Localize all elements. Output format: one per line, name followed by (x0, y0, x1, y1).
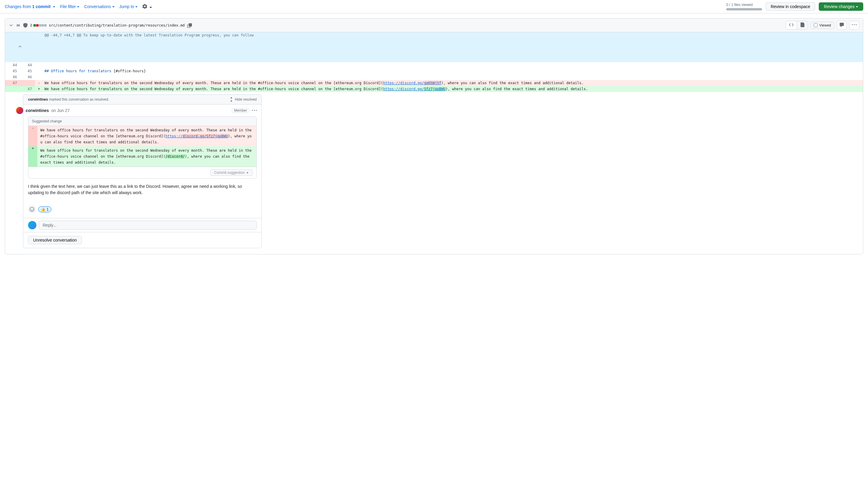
file-header-right: Viewed (786, 21, 859, 30)
member-badge: Member (231, 108, 250, 113)
added-token: Sfz7jqpBWU (424, 87, 446, 91)
discord-link: https://discord.gg/ (383, 81, 424, 85)
line-content[interactable] (41, 62, 863, 68)
line-content[interactable]: We have office hours for translators on … (41, 86, 863, 92)
line-content[interactable] (41, 74, 863, 80)
reply-input[interactable]: Reply... (39, 221, 257, 230)
file-path[interactable]: src/content/contributing/translation-pro… (49, 23, 185, 28)
owner-shield-icon[interactable] (23, 23, 28, 28)
commit-count: 1 commit (32, 4, 51, 9)
hide-resolved-label: Hide resolved (235, 97, 257, 101)
review-changes-button[interactable]: Review changes (819, 2, 863, 11)
diff-block-neutral (44, 24, 46, 27)
add-reaction-button[interactable] (28, 206, 36, 213)
file-diff-container: 2 src/content/contributing/translation-p… (5, 18, 863, 255)
comment-author[interactable]: corwintines (26, 108, 49, 113)
reaction-bar: 👍 1 (23, 206, 261, 218)
diff-block-del (36, 24, 38, 27)
thumbs-up-reaction[interactable]: 👍 1 (38, 206, 51, 212)
suggestion-header: Suggested change (28, 117, 256, 126)
suggestion-diff: - We have office hours for translators o… (28, 126, 256, 167)
rich-diff-button[interactable] (797, 21, 808, 29)
diff-settings-button[interactable] (143, 4, 152, 9)
suggestion-footer: Commit suggestion ▼ (28, 167, 256, 178)
toolbar-right: 0 / 1 files viewed Review in codespace R… (726, 2, 863, 11)
review-in-codespace-button[interactable]: Review in codespace (766, 2, 815, 11)
toolbar-left: Changes from 1 commit File filter Conver… (5, 4, 152, 9)
diff-block-neutral (39, 24, 41, 27)
comment-header-left: corwintines on Jun 27 (28, 107, 69, 114)
current-user-avatar[interactable] (28, 221, 36, 229)
line-marker (35, 74, 41, 80)
suggestion-del-content: We have office hours for translators on … (37, 126, 256, 146)
commit-suggestion-button[interactable]: Commit suggestion ▼ (210, 169, 253, 176)
comment-timestamp[interactable]: on Jun 27 (51, 108, 70, 113)
changes-from-dropdown[interactable]: Changes from 1 commit (5, 4, 55, 9)
text-post: ), where you can also find the exact tim… (441, 81, 584, 85)
suggestion-deletion-row: - We have office hours for translators o… (28, 126, 256, 146)
heading-anchor: {#office-hours} (114, 69, 146, 73)
chevron-down-icon[interactable] (9, 23, 13, 28)
reply-box: Reply... (23, 218, 261, 232)
hunk-header-row: @@ -44,7 +44,7 @@ To keep up-to-date wit… (5, 32, 863, 62)
file-footer-spacer (5, 250, 863, 254)
source-diff-button[interactable] (786, 21, 797, 29)
comment-header: corwintines on Jun 27 Member (23, 104, 261, 117)
diff-line-context: 45 45 ## Office hours for translators {#… (5, 68, 863, 74)
diff-blocks (33, 24, 46, 27)
new-line-num[interactable]: 44 (20, 62, 35, 68)
new-line-num[interactable]: 47 (20, 86, 35, 92)
new-line-num[interactable]: 46 (20, 74, 35, 80)
expand-up-button[interactable] (5, 32, 35, 62)
resolver-name[interactable]: corwintines (28, 97, 48, 101)
old-line-num[interactable]: 46 (5, 74, 20, 80)
copy-path-icon[interactable] (187, 23, 192, 28)
old-line-num[interactable]: 45 (5, 68, 20, 74)
line-content[interactable]: ## Office hours for translators {#office… (41, 68, 863, 74)
comment-menu-button[interactable] (252, 108, 257, 113)
files-viewed-progress (726, 8, 762, 10)
kebab-horizontal-icon (852, 22, 857, 27)
conversations-dropdown[interactable]: Conversations (84, 4, 115, 9)
new-line-num[interactable]: 45 (20, 68, 35, 74)
line-content[interactable]: We have office hours for translators on … (41, 80, 863, 86)
resolved-suffix: marked this conversation as resolved. (48, 97, 109, 101)
conversation-footer: Unresolve conversation (23, 232, 261, 248)
fold-up-icon (18, 45, 22, 50)
old-line-num[interactable]: 44 (5, 62, 20, 68)
review-conversation: corwintines marked this conversation as … (23, 94, 262, 248)
diff-line-context: 44 44 (5, 62, 863, 68)
chevron-down-icon: ▼ (246, 171, 249, 174)
text-post: ), where you can also find the exact tim… (446, 87, 588, 91)
file-menu-button[interactable] (849, 21, 859, 30)
avatar[interactable] (16, 107, 23, 114)
resolved-header: corwintines marked this conversation as … (23, 95, 261, 104)
sug-add-highlight: /discord/ (165, 154, 185, 158)
viewed-label: Viewed (819, 23, 831, 28)
viewed-checkbox-input[interactable] (814, 23, 817, 27)
old-line-num[interactable]: 47 (5, 80, 20, 86)
diff-toolbar: Changes from 1 commit File filter Conver… (0, 0, 868, 13)
hunk-marker (35, 32, 41, 62)
line-marker (35, 68, 41, 74)
suggested-change-box: Suggested change - We have office hours … (28, 117, 257, 179)
files-viewed-container: 0 / 1 files viewed (726, 3, 762, 10)
viewed-toggle[interactable]: Viewed (810, 22, 834, 29)
suggestion-addition-row: + We have office hours for translators o… (28, 146, 256, 167)
file-header: 2 src/content/contributing/translation-p… (5, 19, 863, 32)
new-line-num (20, 80, 35, 86)
comment-icon (839, 22, 844, 27)
file-filter-dropdown[interactable]: File filter (60, 4, 80, 9)
hide-resolved-button[interactable]: Hide resolved (229, 97, 257, 102)
line-marker-del: - (35, 80, 41, 86)
reaction-count: 1 (46, 207, 49, 211)
suggestion-add-marker: + (28, 146, 37, 167)
expand-all-icon[interactable] (16, 23, 21, 28)
changes-from-label: Changes from (5, 4, 31, 9)
jump-to-dropdown[interactable]: Jump to (119, 4, 138, 9)
unresolve-conversation-button[interactable]: Unresolve conversation (28, 236, 82, 244)
line-marker (35, 62, 41, 68)
comment-header-right: Member (231, 108, 257, 113)
gear-icon (143, 4, 147, 9)
file-comment-button[interactable] (837, 21, 847, 30)
